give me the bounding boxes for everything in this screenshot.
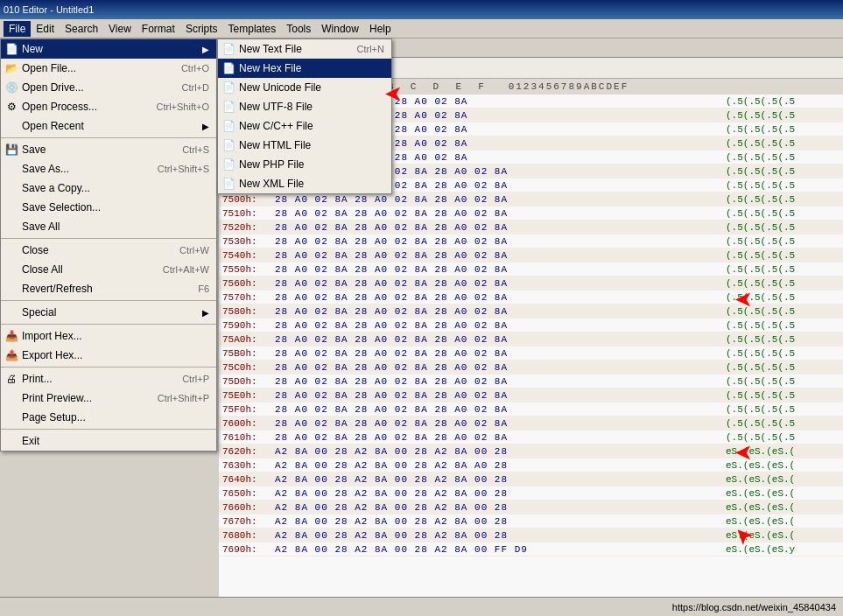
- menu-close-label: Close: [22, 244, 162, 256]
- menu-item-print-preview[interactable]: Print Preview... Ctrl+Shift+P: [1, 388, 216, 408]
- hex-row-addr: 7560h:: [222, 278, 275, 289]
- new-utf8-icon: 📄: [221, 100, 235, 114]
- hex-row-ascii: (.5(.5(.5(.5: [726, 264, 839, 275]
- submenu-new-xml[interactable]: 📄 New XML File: [218, 174, 391, 193]
- submenu-new-html-label: New HTML File: [239, 139, 384, 151]
- menu-exit-label: Exit: [22, 435, 209, 447]
- hex-row-addr: 75B0h:: [222, 348, 275, 359]
- separator-4: [1, 324, 216, 325]
- menu-item-import-hex[interactable]: 📥 Import Hex...: [1, 326, 216, 346]
- menu-scripts[interactable]: Scripts: [180, 21, 223, 37]
- hex-row-addr: 7550h:: [222, 264, 275, 275]
- separator-3: [1, 300, 216, 301]
- exit-icon: [4, 434, 18, 448]
- status-text: https://blog.csdn.net/weixin_45840434: [672, 602, 836, 612]
- menu-item-exit[interactable]: Exit: [1, 431, 216, 451]
- hex-row-addr: 7580h:: [222, 306, 275, 317]
- hex-row-bytes: 28 A0 02 8A 28 A0 02 8A 28 A0 02 8A: [275, 208, 726, 219]
- hex-row-bytes: 28 A0 02 8A 28 A0 02 8A 28 A0 02 8A: [275, 362, 726, 373]
- hex-row-addr: 7500h:: [222, 194, 275, 205]
- menu-open-recent-label: Open Recent: [22, 120, 199, 132]
- menu-item-close-all[interactable]: Close All Ctrl+Alt+W: [1, 260, 216, 279]
- submenu-new-php[interactable]: 📄 New PHP File: [218, 155, 391, 174]
- hex-row-addr: 7570h:: [222, 292, 275, 303]
- hex-row-ascii: (.5(.5(.5(.5: [726, 432, 839, 443]
- new-text-icon: 📄: [221, 42, 235, 56]
- hex-row-bytes: 28 A0 02 8A 28 A0 02 8A 28 A0 02 8A: [275, 264, 726, 275]
- hex-row-addr: 7610h:: [222, 432, 275, 443]
- submenu-new-html[interactable]: 📄 New HTML File: [218, 136, 391, 155]
- table-row: 75A0h:28 A0 02 8A 28 A0 02 8A 28 A0 02 8…: [219, 332, 843, 346]
- menu-item-export-hex[interactable]: 📤 Export Hex...: [1, 346, 216, 365]
- hex-row-bytes: 28 A0 02 8A 28 A0 02 8A 28 A0 02 8A: [275, 334, 726, 345]
- save-as-shortcut: Ctrl+Shift+S: [158, 164, 209, 174]
- menu-item-save-copy[interactable]: Save a Copy...: [1, 178, 216, 198]
- hex-row-addr: 7650h:: [222, 488, 275, 499]
- menu-item-close[interactable]: Close Ctrl+W: [1, 241, 216, 260]
- menu-item-open-process[interactable]: ⚙ Open Process... Ctrl+Shift+O: [1, 97, 216, 116]
- menu-item-open-drive[interactable]: 💿 Open Drive... Ctrl+D: [1, 78, 216, 97]
- hex-row-ascii: (.5(.5(.5(.5: [726, 96, 839, 107]
- menu-tools[interactable]: Tools: [281, 21, 316, 37]
- save-icon: 💾: [4, 143, 18, 157]
- new-icon: 📄: [4, 42, 18, 56]
- menu-item-page-setup[interactable]: Page Setup...: [1, 408, 216, 427]
- menu-format[interactable]: Format: [137, 21, 180, 37]
- hex-row-ascii: eS.(eS.(eS.(: [726, 488, 839, 499]
- new-hex-icon: 📄: [221, 61, 235, 75]
- menu-search[interactable]: Search: [60, 21, 103, 37]
- hex-row-ascii: (.5(.5(.5(.5: [726, 152, 839, 163]
- hex-row-ascii: (.5(.5(.5(.5: [726, 362, 839, 373]
- submenu-new-unicode[interactable]: 📄 New Unicode File: [218, 78, 391, 97]
- new-arrow-icon: ▶: [202, 45, 209, 54]
- menu-item-open-file[interactable]: 📂 Open File... Ctrl+O: [1, 59, 216, 78]
- hex-row-bytes: 28 A0 02 8A 28 A0 02 8A 28 A0 02 8A: [275, 250, 726, 261]
- open-file-icon: 📂: [4, 61, 18, 75]
- table-row: 7550h:28 A0 02 8A 28 A0 02 8A 28 A0 02 8…: [219, 262, 843, 276]
- menu-save-all-label: Save All: [22, 220, 192, 233]
- menu-item-special[interactable]: Special ▶: [1, 303, 216, 322]
- new-unicode-icon: 📄: [221, 80, 235, 94]
- menu-item-open-recent[interactable]: Open Recent ▶: [1, 116, 216, 136]
- table-row: 7660h:A2 8A 00 28 A2 8A 00 28 A2 8A 00 2…: [219, 500, 843, 514]
- submenu-new-hex[interactable]: 📄 New Hex File: [218, 59, 391, 78]
- menu-file[interactable]: File: [4, 21, 31, 37]
- submenu-new-cpp[interactable]: 📄 New C/C++ File: [218, 116, 391, 136]
- menu-save-copy-label: Save a Copy...: [22, 182, 192, 194]
- hex-row-ascii: (.5(.5(.5(.5: [726, 320, 839, 331]
- menu-save-as-label: Save As...: [22, 163, 140, 175]
- menu-templates[interactable]: Templates: [223, 21, 282, 37]
- menu-special-label: Special: [22, 306, 199, 318]
- menu-item-save-all[interactable]: Save All: [1, 217, 216, 236]
- submenu-new-text[interactable]: 📄 New Text File Ctrl+N: [218, 39, 391, 59]
- save-as-icon: [4, 162, 18, 176]
- menu-window[interactable]: Window: [316, 21, 364, 37]
- menu-new-label: New: [22, 43, 199, 55]
- menu-item-revert[interactable]: Revert/Refresh F6: [1, 279, 216, 298]
- red-arrow-1: ➤: [735, 289, 751, 312]
- menu-item-new[interactable]: 📄 New ▶: [1, 39, 216, 59]
- hex-row-addr: 7510h:: [222, 208, 275, 219]
- special-arrow-icon: ▶: [202, 308, 209, 318]
- hex-row-addr: 7530h:: [222, 236, 275, 247]
- menu-view[interactable]: View: [103, 21, 137, 37]
- hex-row-addr: 75D0h:: [222, 376, 275, 387]
- menu-help[interactable]: Help: [364, 21, 397, 37]
- menu-item-save[interactable]: 💾 Save Ctrl+S: [1, 140, 216, 159]
- submenu-new-php-label: New PHP File: [239, 158, 384, 171]
- menu-item-save-selection[interactable]: Save Selection...: [1, 198, 216, 217]
- file-menu-dropdown: 📄 New ▶ 📂 Open File... Ctrl+O 💿 Open Dri…: [0, 38, 217, 452]
- menu-item-save-as[interactable]: Save As... Ctrl+Shift+S: [1, 159, 216, 178]
- submenu-new-utf8[interactable]: 📄 New UTF-8 File: [218, 97, 391, 116]
- hex-row-ascii: (.5(.5(.5(.5: [726, 390, 839, 401]
- submenu-new-unicode-label: New Unicode File: [239, 81, 384, 94]
- submenu-new-utf8-label: New UTF-8 File: [239, 101, 384, 113]
- hex-row-ascii: (.5(.5(.5(.5: [726, 348, 839, 359]
- new-text-shortcut: Ctrl+N: [357, 44, 384, 54]
- menu-edit[interactable]: Edit: [31, 21, 60, 37]
- hex-row-addr: 75E0h:: [222, 390, 275, 401]
- hex-row-ascii: (.5(.5(.5(.5: [726, 278, 839, 289]
- menu-item-print[interactable]: 🖨 Print... Ctrl+P: [1, 369, 216, 388]
- hex-row-bytes: A2 8A 00 28 A2 8A 00 28 A2 8A 00 28: [275, 502, 726, 513]
- separator-6: [1, 429, 216, 430]
